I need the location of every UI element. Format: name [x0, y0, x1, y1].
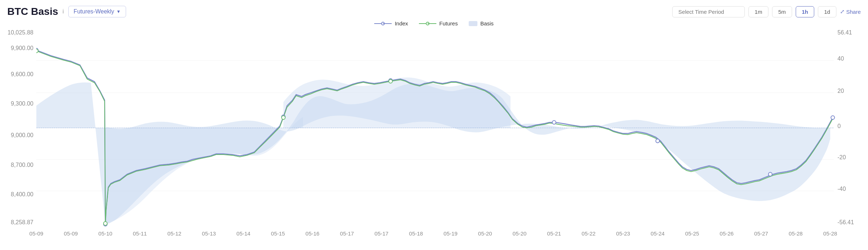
- share-icon: ⤢: [840, 8, 845, 15]
- svg-text:05-23: 05-23: [616, 230, 630, 236]
- svg-text:05-28: 05-28: [789, 230, 803, 236]
- legend: Index Futures Basis: [7, 20, 861, 26]
- svg-text:05-17: 05-17: [375, 230, 388, 236]
- svg-text:05-15: 05-15: [271, 230, 285, 236]
- svg-point-53: [831, 116, 835, 119]
- svg-text:05-22: 05-22: [582, 230, 596, 236]
- svg-text:9,000.00: 9,000.00: [11, 132, 33, 138]
- svg-text:05-21: 05-21: [547, 230, 561, 236]
- svg-text:05-17: 05-17: [340, 230, 354, 236]
- svg-text:-40: -40: [837, 185, 846, 192]
- svg-text:05-16: 05-16: [306, 230, 319, 236]
- svg-text:05-10: 05-10: [98, 230, 112, 236]
- svg-text:05-09: 05-09: [64, 230, 78, 236]
- svg-point-52: [768, 172, 772, 176]
- svg-text:05-28: 05-28: [823, 230, 837, 236]
- time-btn-5m[interactable]: 5m: [772, 6, 792, 17]
- svg-text:05-14: 05-14: [237, 230, 250, 236]
- svg-text:8,700.00: 8,700.00: [11, 161, 33, 168]
- svg-point-57: [389, 79, 392, 83]
- svg-point-54: [35, 49, 38, 53]
- svg-text:10,025.88: 10,025.88: [8, 29, 33, 36]
- svg-point-55: [104, 222, 107, 225]
- svg-text:05-11: 05-11: [133, 230, 147, 236]
- time-period-input[interactable]: [672, 6, 745, 17]
- svg-text:05-19: 05-19: [444, 230, 457, 236]
- basis-area-icon: [469, 21, 477, 26]
- legend-basis-label: Basis: [480, 20, 494, 26]
- svg-point-51: [656, 139, 659, 143]
- svg-text:05-20: 05-20: [478, 230, 492, 236]
- svg-text:9,600.00: 9,600.00: [11, 71, 33, 77]
- futures-line-icon2: [428, 23, 436, 24]
- header: BTC Basis i Futures-Weekly ▼ 1m 5m 1h 1d…: [7, 6, 861, 17]
- svg-text:9,900.00: 9,900.00: [11, 45, 33, 51]
- svg-text:8,258.87: 8,258.87: [11, 219, 33, 225]
- chart-title: BTC Basis: [7, 6, 58, 17]
- svg-point-56: [282, 116, 285, 119]
- svg-text:05-13: 05-13: [202, 230, 216, 236]
- svg-text:8,400.00: 8,400.00: [11, 191, 33, 197]
- svg-text:05-09: 05-09: [29, 230, 43, 236]
- time-btn-1m[interactable]: 1m: [748, 6, 768, 17]
- svg-text:0: 0: [837, 122, 841, 129]
- header-left: BTC Basis i Futures-Weekly ▼: [7, 6, 126, 17]
- legend-futures-label: Futures: [439, 20, 458, 26]
- header-right: 1m 5m 1h 1d ⤢ Share: [672, 6, 861, 17]
- chart-area: 10,025.88 9,900.00 9,600.00 9,300.00 9,0…: [7, 28, 861, 243]
- svg-text:40: 40: [837, 55, 844, 62]
- svg-text:05-12: 05-12: [167, 230, 181, 236]
- svg-text:20: 20: [837, 87, 844, 94]
- time-btn-1d[interactable]: 1d: [818, 6, 836, 17]
- share-button[interactable]: ⤢ Share: [840, 8, 861, 15]
- legend-index-label: Index: [395, 20, 408, 26]
- time-btn-1h[interactable]: 1h: [796, 6, 815, 17]
- svg-text:05-24: 05-24: [651, 230, 665, 236]
- svg-text:05-26: 05-26: [720, 230, 734, 236]
- legend-futures: Futures: [419, 20, 458, 26]
- svg-text:05-20: 05-20: [513, 230, 526, 236]
- svg-text:05-18: 05-18: [409, 230, 423, 236]
- svg-text:05-25: 05-25: [685, 230, 699, 236]
- main-chart-svg: 10,025.88 9,900.00 9,600.00 9,300.00 9,0…: [7, 28, 861, 243]
- svg-text:56.41: 56.41: [837, 29, 852, 36]
- svg-text:-56.41: -56.41: [837, 219, 854, 225]
- info-icon[interactable]: i: [62, 8, 64, 15]
- legend-basis: Basis: [469, 20, 494, 26]
- legend-index: Index: [374, 20, 408, 26]
- svg-text:9,300.00: 9,300.00: [11, 100, 33, 107]
- svg-text:05-27: 05-27: [754, 230, 768, 236]
- chart-container: BTC Basis i Futures-Weekly ▼ 1m 5m 1h 1d…: [0, 0, 868, 250]
- svg-point-50: [552, 120, 556, 124]
- futures-weekly-dropdown[interactable]: Futures-Weekly ▼: [68, 6, 126, 17]
- svg-text:-20: -20: [837, 154, 846, 160]
- index-line-icon2: [383, 23, 392, 24]
